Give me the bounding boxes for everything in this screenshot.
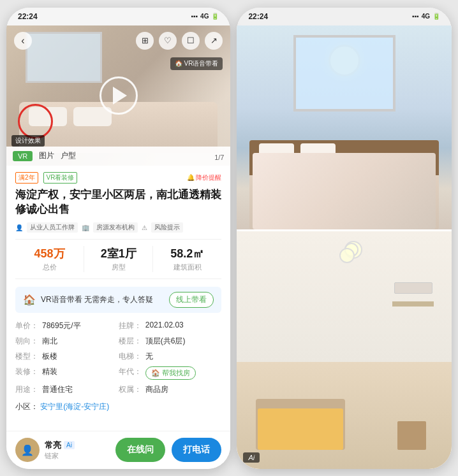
year-key: 年代： bbox=[119, 366, 142, 380]
stat-area: 58.2㎡ 建筑面积 bbox=[152, 246, 221, 272]
listing-key: 挂牌： bbox=[119, 321, 142, 331]
floorplan-tab[interactable]: 户型 bbox=[61, 150, 76, 161]
price-drop-text: 降价提醒 bbox=[196, 173, 221, 182]
property-image-section: ‹ ⊞ ♡ ☐ ↗ 🏠 VR语音带看 设计效果 bbox=[6, 25, 230, 166]
time-right: 22:24 bbox=[248, 12, 268, 21]
right-content: Ai bbox=[237, 25, 452, 469]
window-detail bbox=[26, 32, 102, 83]
risk-tag: 风险提示 bbox=[151, 222, 183, 233]
vr-banner-icon: 🏠 bbox=[23, 294, 36, 306]
detail-row-1: 单价： 78695元/平 挂牌： 2021.02.03 bbox=[15, 321, 221, 331]
save-icon-btn[interactable]: ☐ bbox=[182, 32, 200, 50]
detail-col-building: 楼型： 板楼 bbox=[15, 351, 119, 362]
detail-row-3: 楼型： 板楼 电梯： 无 bbox=[15, 351, 221, 362]
agency-tag: 房源发布机构 bbox=[93, 222, 138, 233]
detail-col-ownership: 权属： 商品房 bbox=[119, 384, 222, 395]
vr-banner-text: VR语音带看 无需奔走，专人答疑 bbox=[41, 294, 153, 305]
area-value: 58.2㎡ bbox=[153, 246, 221, 261]
vr-badge-text: VR语音带看 bbox=[184, 59, 219, 68]
forward-icon-btn[interactable]: ↗ bbox=[205, 32, 223, 50]
battery-icon: 🔋 bbox=[211, 13, 219, 20]
time-left: 22:24 bbox=[18, 12, 38, 21]
ownership-value: 商品房 bbox=[145, 384, 168, 395]
render-bed bbox=[256, 399, 345, 450]
detail-col-orientation: 朝向： 南北 bbox=[15, 336, 119, 347]
building-key: 楼型： bbox=[15, 351, 38, 362]
vr-icon: 🏠 bbox=[175, 60, 182, 67]
detail-col-floor: 楼层： 顶层(共6层) bbox=[119, 336, 222, 347]
ai-badge-left: Ai bbox=[64, 441, 75, 449]
signal-right-icon: ▪▪▪ bbox=[412, 13, 419, 20]
detail-col-decoration: 装修： 精装 bbox=[15, 366, 119, 380]
elevator-key: 电梯： bbox=[119, 351, 142, 362]
floor-key: 楼层： bbox=[119, 336, 142, 347]
vr-promo-banner[interactable]: 🏠 VR语音带看 无需奔走，专人答疑 线上带看 bbox=[15, 287, 221, 313]
unit-value: 78695元/平 bbox=[42, 321, 81, 331]
bedroom-window bbox=[293, 35, 395, 112]
favorite-icon-btn[interactable]: ♡ bbox=[159, 32, 177, 50]
network-type: 4G bbox=[200, 13, 209, 20]
status-icons-right: ▪▪▪ 4G 🔋 bbox=[412, 13, 440, 20]
price-value: 458万 bbox=[15, 246, 84, 261]
area-label: 建筑面积 bbox=[153, 263, 221, 272]
share-icon-btn[interactable]: ⊞ bbox=[136, 32, 154, 50]
agency-icon: 🏢 bbox=[82, 224, 89, 231]
community-row: 小区： 安宁里(海淀-安宁庄) bbox=[15, 401, 221, 412]
top-tag-row: 满2年 VR看装修 🔔 降价提醒 bbox=[15, 172, 221, 184]
ownership-key: 权属： bbox=[119, 384, 142, 395]
decoration-key: 装修： bbox=[15, 366, 38, 380]
right-bottom-photo: Ai bbox=[237, 231, 452, 469]
shelf bbox=[392, 301, 434, 307]
play-triangle-icon bbox=[113, 87, 127, 105]
property-title: 海淀产权，安宁里小区两居，南北通透精装修诚心出售 bbox=[15, 187, 221, 218]
network-type-right: 4G bbox=[422, 13, 430, 20]
detail-row-4: 装修： 精装 年代： 🏠 帮我找房 bbox=[15, 366, 221, 380]
vr-play-button[interactable] bbox=[100, 76, 138, 115]
detail-col-unit: 单价： 78695元/平 bbox=[15, 321, 119, 331]
status-bar-right: 22:24 ▪▪▪ 4G 🔋 bbox=[237, 8, 452, 25]
property-content: 满2年 VR看装修 🔔 降价提醒 海淀产权，安宁里小区两居，南北通透精装修诚心出… bbox=[6, 166, 230, 431]
price-drop-label: 🔔 降价提醒 bbox=[187, 173, 221, 182]
status-icons-left: ▪▪▪ 4G 🔋 bbox=[191, 13, 219, 20]
building-value: 板楼 bbox=[42, 351, 57, 362]
selection-indicator bbox=[18, 104, 53, 139]
right-phone: 22:24 ▪▪▪ 4G 🔋 bbox=[237, 8, 452, 469]
vr-badge[interactable]: 🏠 VR语音带看 bbox=[170, 57, 223, 70]
stat-rooms: 2室1厅 房型 bbox=[84, 246, 152, 272]
ac-unit bbox=[394, 282, 432, 294]
vr-banner-button[interactable]: 线上带看 bbox=[169, 292, 214, 308]
right-top-photo bbox=[237, 25, 452, 229]
community-name-link[interactable]: 安宁里(海淀-安宁庄) bbox=[40, 402, 109, 411]
find-house-button[interactable]: 🏠 帮我找房 bbox=[145, 366, 196, 380]
photos-tab[interactable]: 图片 bbox=[39, 150, 54, 161]
ai-badge-right: Ai bbox=[243, 452, 260, 463]
employee-icon: 👤 bbox=[15, 224, 23, 231]
purpose-value: 普通住宅 bbox=[42, 384, 73, 395]
bell-icon: 🔔 bbox=[187, 174, 195, 181]
stat-price: 458万 总价 bbox=[15, 246, 84, 272]
community-key: 小区： bbox=[15, 402, 38, 411]
battery-right-icon: 🔋 bbox=[432, 13, 440, 20]
render-nightstand bbox=[397, 421, 426, 450]
elevator-value: 无 bbox=[145, 351, 153, 362]
agent-name-row: 常亮 Ai bbox=[45, 440, 75, 451]
render-bed-cover bbox=[258, 408, 343, 450]
employee-tag: 从业人员工作牌 bbox=[27, 222, 78, 233]
bed-cover bbox=[253, 153, 436, 229]
vr-tab[interactable]: VR bbox=[13, 151, 33, 161]
house-icon: 🏠 bbox=[151, 369, 160, 377]
image-top-icons: ⊞ ♡ ☐ ↗ bbox=[136, 32, 223, 50]
call-button[interactable]: 打电话 bbox=[172, 438, 221, 462]
signal-icon: ▪▪▪ bbox=[191, 13, 198, 20]
listing-value: 2021.02.03 bbox=[145, 321, 184, 331]
risk-icon: ⚠ bbox=[142, 224, 147, 231]
rooms-value: 2室1厅 bbox=[84, 246, 152, 261]
detail-row-5: 用途： 普通住宅 权属： 商品房 bbox=[15, 384, 221, 395]
purpose-key: 用途： bbox=[15, 384, 38, 395]
back-button[interactable]: ‹ bbox=[14, 32, 32, 50]
property-details-table: 单价： 78695元/平 挂牌： 2021.02.03 朝向： 南北 楼层： bbox=[15, 321, 221, 395]
chat-button[interactable]: 在线问 bbox=[115, 438, 165, 462]
rooms-label: 房型 bbox=[84, 263, 152, 272]
left-phone: 22:24 ▪▪▪ 4G 🔋 ‹ ⊞ ♡ ☐ bbox=[6, 8, 230, 469]
detail-col-purpose: 用途： 普通住宅 bbox=[15, 384, 119, 395]
